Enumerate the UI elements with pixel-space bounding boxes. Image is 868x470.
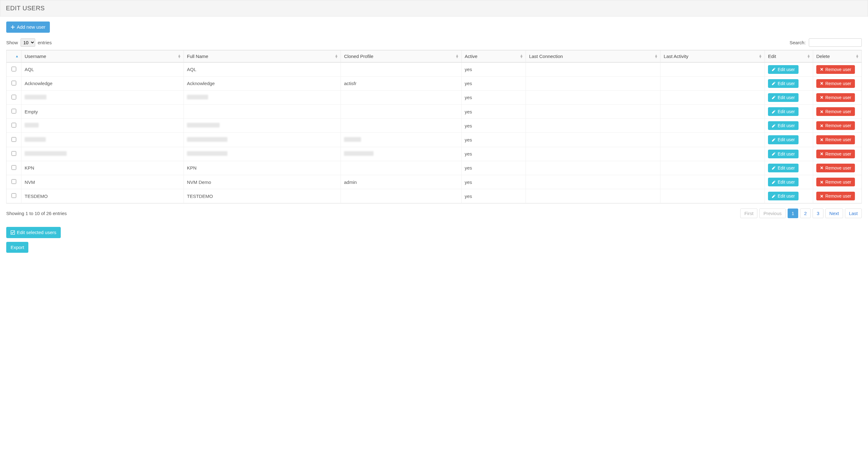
row-select-checkbox[interactable]	[11, 179, 16, 184]
col-edit[interactable]: Edit▲▼	[765, 50, 813, 63]
edit-user-button[interactable]: Edit user	[768, 121, 799, 130]
cell-last-connection	[526, 189, 660, 203]
cell-last-activity	[660, 161, 765, 175]
edit-user-button[interactable]: Edit user	[768, 192, 799, 200]
edit-user-button[interactable]: Edit user	[768, 65, 799, 74]
row-select-checkbox[interactable]	[11, 109, 16, 113]
edit-user-button[interactable]: Edit user	[768, 79, 799, 88]
cell-last-activity	[660, 189, 765, 203]
sort-icon: ▲▼	[758, 54, 762, 58]
row-select-checkbox[interactable]	[11, 123, 16, 127]
page-number[interactable]: 2	[800, 208, 811, 218]
page-last[interactable]: Last	[845, 208, 862, 218]
cell-cloned	[341, 63, 461, 77]
cell-active: yes	[462, 63, 526, 77]
remove-user-label: Remove user	[825, 109, 851, 114]
row-select-checkbox[interactable]	[11, 151, 16, 156]
col-last-activity[interactable]: Last Activity▲▼	[660, 50, 765, 63]
redacted-text	[25, 123, 39, 127]
edit-user-label: Edit user	[778, 123, 795, 128]
edit-user-label: Edit user	[778, 81, 795, 86]
export-button[interactable]: Export	[6, 242, 28, 253]
row-select-checkbox[interactable]	[11, 137, 16, 142]
edit-user-label: Edit user	[778, 109, 795, 114]
edit-selected-button[interactable]: Edit selected users	[6, 227, 61, 238]
cell-active: yes	[462, 91, 526, 105]
cell-fullname: TESTDEMO	[184, 189, 341, 203]
edit-user-label: Edit user	[778, 151, 795, 157]
remove-user-button[interactable]: Remove user	[816, 93, 855, 102]
page-number[interactable]: 3	[812, 208, 823, 218]
row-select-checkbox[interactable]	[11, 81, 16, 85]
remove-user-button[interactable]: Remove user	[816, 121, 855, 130]
page-number[interactable]: 1	[787, 208, 798, 218]
close-icon	[820, 166, 824, 170]
edit-user-button[interactable]: Edit user	[768, 107, 799, 116]
row-select-checkbox[interactable]	[11, 95, 16, 99]
col-cloned[interactable]: Cloned Profile▲▼	[341, 50, 461, 63]
remove-user-button[interactable]: Remove user	[816, 178, 855, 186]
remove-user-button[interactable]: Remove user	[816, 79, 855, 88]
cell-edit: Edit user	[765, 91, 813, 105]
col-username[interactable]: Username▲▼	[22, 50, 184, 63]
add-user-button[interactable]: Add new user	[6, 22, 50, 33]
edit-user-button[interactable]: Edit user	[768, 135, 799, 144]
redacted-text	[187, 137, 227, 142]
cell-cloned	[341, 161, 461, 175]
page-first[interactable]: First	[740, 208, 757, 218]
cell-edit: Edit user	[765, 189, 813, 203]
sort-icon: ▲▼	[178, 54, 181, 58]
remove-user-button[interactable]: Remove user	[816, 107, 855, 116]
remove-user-button[interactable]: Remove user	[816, 192, 855, 200]
close-icon	[820, 180, 824, 184]
remove-user-button[interactable]: Remove user	[816, 150, 855, 158]
sort-icon: ▲▼	[856, 54, 859, 58]
table-row: KPNKPNyes Edit user Remove user	[6, 161, 862, 175]
redacted-text	[25, 95, 46, 99]
cell-cloned	[341, 105, 461, 119]
edit-icon	[772, 138, 776, 142]
cell-cloned: actisfr	[341, 77, 461, 91]
row-select-checkbox[interactable]	[11, 165, 16, 170]
page-length-select[interactable]: 10	[21, 38, 35, 47]
cell-username	[22, 119, 184, 133]
search-input[interactable]	[809, 38, 862, 47]
remove-user-button[interactable]: Remove user	[816, 164, 855, 172]
redacted-text	[344, 151, 374, 156]
cell-active: yes	[462, 105, 526, 119]
page-next[interactable]: Next	[825, 208, 843, 218]
cell-last-activity	[660, 119, 765, 133]
remove-user-button[interactable]: Remove user	[816, 65, 855, 74]
col-fullname[interactable]: Full Name▲▼	[184, 50, 341, 63]
edit-user-button[interactable]: Edit user	[768, 93, 799, 102]
edit-user-button[interactable]: Edit user	[768, 164, 799, 172]
edit-user-button[interactable]: Edit user	[768, 150, 799, 158]
page-previous[interactable]: Previous	[759, 208, 785, 218]
cell-delete: Remove user	[813, 175, 862, 189]
remove-user-label: Remove user	[825, 123, 851, 128]
sort-icon: ▲▼	[456, 54, 459, 58]
col-last-connection[interactable]: Last Connection▲▼	[526, 50, 660, 63]
export-label: Export	[10, 244, 24, 251]
cell-last-connection	[526, 119, 660, 133]
remove-user-label: Remove user	[825, 151, 851, 157]
table-row: TESDEMOTESTDEMOyes Edit user Remove user	[6, 189, 862, 203]
col-select[interactable]: ▲	[6, 50, 22, 63]
row-select-cell	[6, 175, 22, 189]
row-select-checkbox[interactable]	[11, 67, 16, 71]
cell-last-connection	[526, 63, 660, 77]
cell-username	[22, 147, 184, 161]
search-label: Search:	[789, 40, 806, 45]
row-select-checkbox[interactable]	[11, 193, 16, 198]
edit-user-button[interactable]: Edit user	[768, 178, 799, 186]
table-row: AcknowledgeAcknowledgeactisfryes Edit us…	[6, 77, 862, 91]
cell-cloned	[341, 147, 461, 161]
remove-user-button[interactable]: Remove user	[816, 135, 855, 144]
cell-delete: Remove user	[813, 105, 862, 119]
cell-last-connection	[526, 147, 660, 161]
cell-username: TESDEMO	[22, 189, 184, 203]
cell-username: AQL	[22, 63, 184, 77]
col-delete[interactable]: Delete▲▼	[813, 50, 862, 63]
edit-icon	[772, 67, 776, 71]
col-active[interactable]: Active▲▼	[462, 50, 526, 63]
